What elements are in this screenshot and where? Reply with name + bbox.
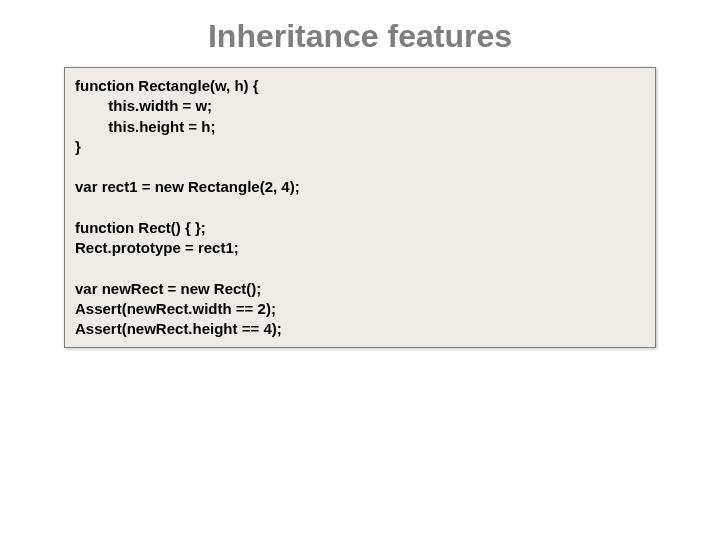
code-line [75, 157, 645, 177]
code-line: var newRect = new Rect(); [75, 279, 645, 299]
code-line: var rect1 = new Rectangle(2, 4); [75, 177, 645, 197]
code-line: Rect.prototype = rect1; [75, 238, 645, 258]
code-line: Assert(newRect.width == 2); [75, 299, 645, 319]
code-line [75, 198, 645, 218]
code-line: function Rect() { }; [75, 218, 645, 238]
code-box: function Rectangle(w, h) { this.width = … [64, 67, 656, 348]
slide-title: Inheritance features [0, 0, 720, 67]
code-line [75, 258, 645, 278]
code-line: Assert(newRect.height == 4); [75, 319, 645, 339]
code-line: this.width = w; [75, 96, 645, 116]
code-line: function Rectangle(w, h) { [75, 76, 645, 96]
code-line: } [75, 137, 645, 157]
code-line: this.height = h; [75, 117, 645, 137]
